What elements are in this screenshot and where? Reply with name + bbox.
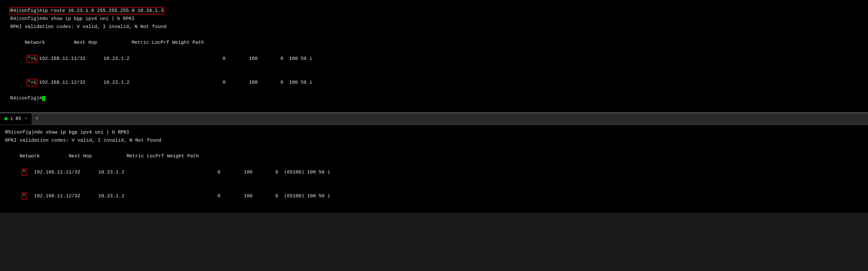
row1-weight: 0 [258, 55, 283, 63]
table-header-top: Network Next Hop Metric LocPrf Weight Pa… [10, 39, 858, 47]
row2-bottom-metric: 0 [188, 192, 220, 200]
row1-path: 100 50 i [283, 56, 312, 61]
tab-close-button[interactable]: × [25, 116, 27, 121]
row1-bottom-weight: 0 [252, 169, 278, 177]
empty-line-1 [10, 31, 858, 39]
row2-weight: 0 [258, 79, 283, 87]
row1-bottom-indicator: * [23, 170, 25, 175]
tab-r5[interactable]: 1 R5 × [0, 113, 32, 125]
row2-path: 100 50 i [283, 80, 312, 85]
row2-bottom-weight: 0 [252, 192, 278, 200]
row1-indicator-box: *>i [28, 56, 36, 61]
row1-bottom-nexthop: 10.23.1.2 [98, 169, 188, 177]
empty-line-bottom [5, 145, 863, 153]
row1-bottom-indicator-box: * [23, 170, 25, 175]
row2-bottom-network: 192.168.11.12/32 [34, 192, 98, 200]
prompt-line-top: R4(config)# [10, 94, 858, 103]
row1-bottom-metric: 0 [188, 169, 220, 177]
row2-network: 192.168.11.12/32 [39, 79, 103, 87]
row1-bottom-network: 192.168.11.11/32 [34, 169, 98, 177]
row2-bottom-locprf: 100 [220, 192, 252, 200]
command-line-bottom: R5(config)#do show ip bgp ipv4 uni | b R… [5, 129, 863, 137]
command-line-1: R4(config)#ip route 10.23.1.0 255.255.25… [10, 7, 858, 15]
table-header-bottom: Network Next Hop Metric LocPrf Weight Pa… [5, 153, 863, 161]
row1-bottom-locprf: 100 [220, 169, 252, 177]
table-row-1-bottom: * 192.168.11.11/3210.23.1.201000 (65100)… [5, 161, 863, 184]
tab-label: 1 R5 [10, 116, 21, 121]
row1-bottom-path: (65100) 100 50 i [278, 170, 330, 175]
row2-bottom-path: (65100) 100 50 i [278, 193, 330, 199]
row2-metric: 0 [193, 79, 225, 87]
row1-locprf: 100 [225, 55, 258, 63]
table-row-2-bottom: * 192.168.11.12/3210.23.1.201000 (65100)… [5, 184, 863, 208]
tab-bar: 1 R5 × + [0, 113, 868, 125]
row2-bottom-nexthop: 10.23.1.2 [98, 192, 188, 200]
row1-network: 192.168.11.11/32 [39, 55, 103, 63]
tab-add-button[interactable]: + [32, 115, 42, 122]
row2-locprf: 100 [225, 79, 258, 87]
row1-indicator: *>i [28, 56, 36, 61]
row1-nexthop: 10.23.1.2 [103, 55, 193, 63]
command-highlight-box: R4(config)#ip route 10.23.1.0 255.255.25… [10, 8, 163, 13]
rpki-codes-top: RPKI validation codes: V valid, I invali… [10, 23, 858, 31]
command-line-2: R4(config)#do show ip bgp ipv4 uni | b R… [10, 15, 858, 23]
row1-metric: 0 [193, 55, 225, 63]
row2-bottom-indicator: * [23, 193, 25, 199]
terminal-top-pane: R4(config)#ip route 10.23.1.0 255.255.25… [0, 0, 868, 113]
row2-indicator: *>i [28, 80, 36, 85]
row2-nexthop: 10.23.1.2 [103, 79, 193, 87]
tab-status-dot [4, 117, 8, 120]
table-row-2-top: *>i 192.168.11.12/3210.23.1.201000 100 5… [10, 71, 858, 94]
row2-indicator-box: *>i [28, 80, 36, 85]
rpki-codes-bottom: RPKI validation codes: V valid, I invali… [5, 137, 863, 145]
terminal-bottom-pane: R5(config)#do show ip bgp ipv4 uni | b R… [0, 125, 868, 212]
terminal-top-content: R4(config)#ip route 10.23.1.0 255.255.25… [5, 3, 863, 107]
cursor-top [42, 96, 45, 101]
row2-bottom-indicator-box: * [23, 193, 25, 199]
table-row-1-top: *>i 192.168.11.11/3210.23.1.201000 100 5… [10, 47, 858, 71]
terminal-bottom-content: R5(config)#do show ip bgp ipv4 uni | b R… [0, 125, 868, 212]
